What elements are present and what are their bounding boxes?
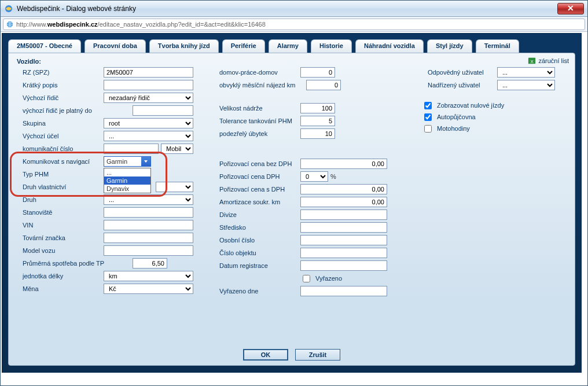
lbl-obj: Číslo objektu xyxy=(214,249,300,256)
footer-buttons: OK Zrušit xyxy=(9,349,575,361)
url-field[interactable]: http://www.webdispecink.cz/editace_nasta… xyxy=(3,19,585,30)
input-pnum[interactable] xyxy=(300,235,387,245)
select-nav[interactable]: Garmin xyxy=(104,156,151,167)
lbl-monthly: obvyklý měsíční nájezd km xyxy=(214,82,306,89)
section-title: Vozidlo: xyxy=(17,58,567,65)
lbl-susp: podezřelý úbytek xyxy=(214,130,300,137)
input-susp[interactable] xyxy=(300,128,335,139)
lbl-phm: Typ PHM xyxy=(17,171,104,178)
lbl-retired-date: Vyřazeno dne xyxy=(214,288,300,295)
input-pnv[interactable] xyxy=(300,159,387,169)
lbl-group: Skupina xyxy=(17,120,104,127)
ok-button[interactable]: OK xyxy=(243,349,288,361)
input-comm[interactable] xyxy=(104,144,159,154)
lbl-sup: Nadřízený uživatel xyxy=(422,82,497,89)
lbl-rz: RZ (SPZ) xyxy=(17,69,104,76)
input-div[interactable] xyxy=(300,209,387,220)
input-stand[interactable] xyxy=(104,207,193,218)
select-curr[interactable]: Kč xyxy=(104,284,193,294)
tab-alarms[interactable]: Alarmy xyxy=(269,39,307,53)
tab-general[interactable]: 2M50007 - Obecné xyxy=(8,39,81,53)
tab-logbook[interactable]: Tvorba knihy jízd xyxy=(149,39,219,53)
lbl-pnum: Osobní číslo xyxy=(214,237,300,244)
lbl-brand: Tovární značka xyxy=(17,234,104,241)
col-left: RZ (SPZ) Krátký popis Výchozí řidič neza… xyxy=(17,66,202,295)
url-text: http://www.webdispecink.cz/editace_nasta… xyxy=(16,21,266,28)
form-columns: RZ (SPZ) Krátký popis Výchozí řidič neza… xyxy=(17,66,567,342)
lbl-owner: Druh vlastnictví xyxy=(17,183,104,190)
input-retired-date[interactable] xyxy=(300,286,387,296)
excel-icon: X xyxy=(528,57,536,65)
lbl-resp: Odpovědný uživatel xyxy=(422,69,497,76)
nav-dropdown[interactable]: ... Garmin Dynavix xyxy=(104,168,151,193)
select-driver[interactable]: nezadaný řidič xyxy=(104,93,193,103)
select-unit[interactable]: km xyxy=(104,271,193,281)
input-center[interactable] xyxy=(300,222,387,233)
lbl-nav: Komunikovat s navigací xyxy=(17,158,104,165)
select-dph[interactable]: 0 xyxy=(300,171,328,182)
lbl-pnv: Pořizovací cena bez DPH xyxy=(214,160,300,167)
input-vin[interactable] xyxy=(104,220,193,230)
cancel-button[interactable]: Zrušit xyxy=(295,349,340,361)
input-brand[interactable] xyxy=(104,233,193,243)
nav-option-garmin[interactable]: Garmin xyxy=(104,177,150,185)
input-monthly[interactable] xyxy=(306,80,341,90)
lbl-dph: Pořizovací cena DPH xyxy=(214,173,300,180)
chk-moto[interactable]: Motohodiny xyxy=(422,123,584,134)
input-model[interactable] xyxy=(104,245,193,256)
select-comm-mode[interactable]: Mobil xyxy=(161,144,193,154)
tab-spare[interactable]: Náhradní vozidla xyxy=(355,39,424,53)
input-tank[interactable] xyxy=(300,103,335,113)
input-short[interactable] xyxy=(104,80,193,90)
lbl-pwv: Pořizovací cena s DPH xyxy=(214,186,300,193)
lbl-consump: Průměrná spotřeba podle TP xyxy=(17,260,133,267)
tab-terminal[interactable]: Terminál xyxy=(476,39,519,53)
panel-general: X záruční list Vozidlo: RZ (SPZ) Krátký … xyxy=(8,53,575,366)
address-bar: http://www.webdispecink.cz/editace_nasta… xyxy=(1,17,587,32)
input-dpd[interactable] xyxy=(300,67,335,78)
select-sup[interactable]: ... xyxy=(497,80,555,90)
ie-icon xyxy=(4,4,13,13)
lbl-stand: Stanoviště xyxy=(17,209,104,216)
lbl-short: Krátký popis xyxy=(17,82,104,89)
input-reg[interactable] xyxy=(300,260,387,271)
select-kind[interactable]: ... xyxy=(104,194,193,205)
nav-option-dynavix[interactable]: Dynavix xyxy=(104,185,150,193)
input-amort[interactable] xyxy=(300,197,387,207)
lbl-reg: Datum registrace xyxy=(214,262,300,269)
nav-option-ellipsis[interactable]: ... xyxy=(104,168,150,177)
lbl-kind: Druh xyxy=(17,196,104,203)
col-right: Odpovědný uživatel ... Nadřízený uživate… xyxy=(422,66,584,134)
col-mid: domov-práce-domov obvyklý měsíční nájezd… xyxy=(214,66,399,297)
chk-retired[interactable]: Vyřazeno xyxy=(300,273,342,284)
dialog-window: Webdispečink - Dialog webové stránky ✕ h… xyxy=(0,0,588,386)
input-pwv[interactable] xyxy=(300,184,387,194)
chk-rent[interactable]: Autopůjčovna xyxy=(422,111,584,123)
tab-strip: 2M50007 - Obecné Pracovní doba Tvorba kn… xyxy=(8,39,575,53)
warranty-link[interactable]: X záruční list xyxy=(528,57,569,65)
input-driver-valid[interactable] xyxy=(133,105,193,116)
tab-worktime[interactable]: Pracovní doba xyxy=(84,39,146,53)
lbl-driver-valid: výchozí řidič je platný do xyxy=(17,107,133,114)
chk-zero[interactable]: Zobrazovat nulové jízdy xyxy=(422,100,584,111)
tab-style[interactable]: Styl jízdy xyxy=(427,39,472,53)
lbl-vin: VIN xyxy=(17,222,104,229)
lbl-unit: jednotka délky xyxy=(17,273,104,280)
tab-periph[interactable]: Periférie xyxy=(222,39,265,53)
select-owner[interactable] xyxy=(156,182,193,192)
input-consump[interactable] xyxy=(133,258,167,269)
select-resp[interactable]: ... xyxy=(497,67,555,78)
tab-history[interactable]: Historie xyxy=(311,39,352,53)
select-purpose[interactable]: ... xyxy=(104,131,193,141)
input-obj[interactable] xyxy=(300,248,387,258)
select-group[interactable]: root xyxy=(104,118,193,128)
lbl-dpd: domov-práce-domov xyxy=(214,69,300,76)
lbl-curr: Měna xyxy=(17,285,104,292)
globe-icon xyxy=(6,20,14,28)
input-rz[interactable] xyxy=(104,67,193,78)
input-tol[interactable] xyxy=(300,116,335,126)
lbl-tol: Tolerance tankování PHM xyxy=(214,117,300,124)
lbl-center: Středisko xyxy=(214,224,300,231)
close-button[interactable]: ✕ xyxy=(557,3,584,14)
title-bar: Webdispečink - Dialog webové stránky ✕ xyxy=(1,1,587,17)
